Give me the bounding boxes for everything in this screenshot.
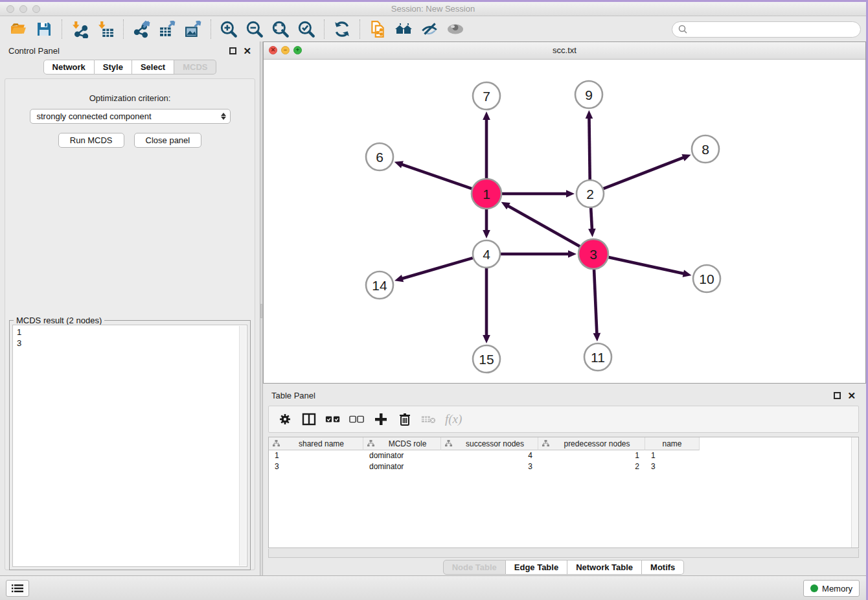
table-horizontal-scrollbar[interactable] [268, 549, 859, 558]
network-minimize-button[interactable]: − [281, 46, 290, 54]
toggle-column-pane-icon[interactable] [301, 411, 317, 427]
refresh-view-icon[interactable] [329, 17, 355, 41]
apply-function-icon: f(x) [445, 412, 462, 426]
graph-node-label: 3 [589, 247, 597, 262]
search-box[interactable] [672, 21, 861, 38]
graph-edge[interactable] [401, 164, 472, 189]
search-input[interactable] [691, 25, 854, 34]
zoom-selected-icon[interactable] [293, 17, 319, 41]
graph-edge[interactable] [594, 270, 597, 334]
network-window-titlebar[interactable]: ✕ − + scc.txt [264, 42, 865, 60]
export-network-icon[interactable] [128, 17, 154, 41]
graph-node-label: 9 [585, 87, 593, 102]
zoom-window-button[interactable] [32, 5, 40, 13]
graph-node-label: 8 [702, 142, 709, 157]
window-traffic-lights[interactable] [6, 5, 40, 13]
edge-arrowhead [681, 154, 691, 161]
home-icon[interactable] [391, 17, 417, 41]
result-scrollbar[interactable] [239, 326, 246, 566]
graph-edge[interactable] [402, 258, 473, 279]
graph-node-label: 15 [479, 352, 494, 367]
graph-edge[interactable] [608, 257, 684, 273]
float-panel-icon[interactable] [229, 47, 236, 54]
close-table-panel-icon[interactable]: ✕ [847, 392, 856, 399]
optimization-criterion-label: Optimization criterion: [5, 93, 255, 103]
result-line: 1 [17, 327, 243, 338]
select-all-rows-icon[interactable] [325, 411, 341, 427]
tab-motifs[interactable]: Motifs [642, 560, 684, 575]
float-table-panel-icon[interactable] [834, 392, 841, 399]
mcds-result-list[interactable]: 1 3 [12, 325, 247, 567]
edge-arrowhead [483, 335, 490, 343]
optimization-criterion-select[interactable]: strongly connected component [30, 109, 231, 124]
tab-network[interactable]: Network [43, 60, 95, 75]
tab-network-table[interactable]: Network Table [567, 560, 642, 575]
column-header-name[interactable]: name [645, 437, 700, 450]
delete-columns-icon[interactable] [397, 411, 413, 427]
open-file-icon[interactable] [5, 17, 31, 41]
graph-edge[interactable] [507, 205, 580, 246]
graph-edge[interactable] [591, 208, 592, 230]
hide-details-icon[interactable] [417, 17, 442, 41]
table-panel-title: Table Panel [271, 391, 315, 400]
export-image-icon[interactable] [180, 17, 206, 41]
edge-arrowhead [483, 111, 490, 120]
edge-arrowhead [593, 333, 601, 341]
graph-node-label: 1 [483, 187, 490, 202]
edge-arrowhead [683, 270, 692, 277]
zoom-in-icon[interactable] [216, 17, 242, 41]
memory-button[interactable]: Memory [803, 580, 860, 597]
graph-node-label: 14 [372, 278, 387, 293]
column-header-mcds-role[interactable]: MCDS role [363, 437, 441, 450]
toolbar-separator [211, 19, 211, 39]
tab-mcds[interactable]: MCDS [174, 60, 216, 75]
unselect-all-rows-icon[interactable] [349, 411, 365, 427]
import-table-icon[interactable] [93, 17, 119, 41]
settings-gear-icon[interactable] [277, 411, 293, 427]
close-window-button[interactable] [6, 5, 14, 13]
network-close-button[interactable]: ✕ [269, 46, 277, 54]
column-type-icon [445, 440, 452, 447]
close-panel-button[interactable]: Close panel [134, 133, 202, 148]
column-header-successor-nodes[interactable]: successor nodes [441, 437, 538, 450]
zoom-out-icon[interactable] [242, 17, 268, 41]
table-row[interactable]: 1 dominator 4 1 1 [269, 450, 858, 461]
column-header-shared-name[interactable]: shared name [269, 437, 363, 450]
minimize-window-button[interactable] [19, 5, 27, 13]
show-details-icon[interactable] [442, 17, 468, 41]
export-table-icon[interactable] [154, 17, 180, 41]
tab-style[interactable]: Style [95, 60, 132, 75]
graph-edge[interactable] [589, 117, 589, 179]
add-column-icon[interactable] [373, 411, 389, 427]
mcds-result-title: MCDS result (2 nodes) [14, 316, 104, 325]
table-tabs: Node Table Edge Table Network Table Moti… [263, 560, 864, 575]
table-row[interactable]: 3 dominator 3 2 3 [269, 461, 858, 472]
node-table[interactable]: shared name MCDS role successor nodes pr… [268, 437, 859, 548]
edge-arrowhead [568, 250, 577, 258]
splitter-grip[interactable] [260, 304, 262, 318]
main-toolbar [0, 16, 866, 43]
tab-node-table[interactable]: Node Table [443, 560, 506, 575]
table-vertical-scrollbar[interactable] [851, 437, 858, 548]
network-maximize-button[interactable]: + [293, 46, 302, 54]
search-icon [678, 25, 687, 34]
app-window: Session: New Session [0, 2, 866, 600]
tab-edge-table[interactable]: Edge Table [506, 560, 567, 575]
window-title: Session: New Session [0, 2, 866, 16]
import-network-icon[interactable] [67, 17, 93, 41]
network-canvas[interactable]: 7968124314101511 [264, 60, 865, 383]
tab-select[interactable]: Select [132, 60, 174, 75]
run-mcds-button[interactable]: Run MCDS [58, 133, 124, 148]
copy-network-view-icon[interactable] [365, 17, 391, 41]
graph-edge[interactable] [604, 157, 685, 189]
result-line: 3 [17, 338, 243, 349]
zoom-fit-icon[interactable] [268, 17, 293, 41]
save-session-icon[interactable] [31, 17, 57, 41]
task-history-button[interactable] [6, 580, 29, 597]
column-header-predecessor-nodes[interactable]: predecessor nodes [538, 437, 645, 450]
control-panel-tabs: Network Style Select MCDS [0, 60, 260, 75]
status-bar: Memory [0, 575, 866, 600]
memory-label: Memory [822, 584, 852, 594]
close-panel-icon[interactable]: ✕ [243, 47, 251, 54]
toolbar-separator [123, 19, 124, 39]
